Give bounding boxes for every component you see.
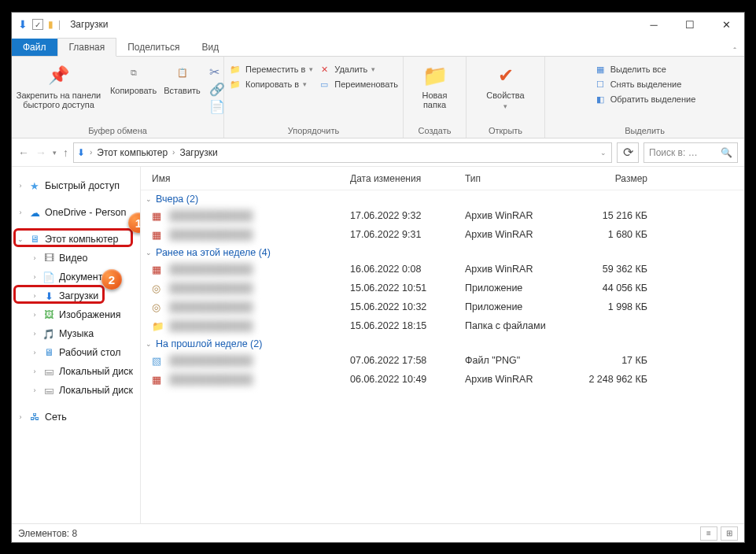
file-row[interactable]: ▦████████████16.06.2022 0:08Архив WinRAR… bbox=[141, 260, 744, 279]
back-button[interactable]: ← bbox=[18, 146, 29, 159]
select-all-button[interactable]: ▦Выделить все bbox=[594, 63, 696, 76]
rename-icon: ▭ bbox=[318, 78, 330, 90]
file-size: 1 680 КБ bbox=[567, 229, 662, 240]
check-icon: ✔ bbox=[493, 63, 518, 88]
ribbon-collapse[interactable]: ˆ bbox=[733, 46, 736, 56]
tab-share[interactable]: Поделиться bbox=[116, 39, 190, 56]
ribbon: 📌 Закрепить на панели быстрого доступа ⧉… bbox=[12, 57, 744, 138]
copy-button[interactable]: ⧉ Копировать bbox=[112, 61, 156, 95]
organize-group-label: Упорядочить bbox=[224, 124, 403, 138]
file-row[interactable]: 📁████████████15.06.2022 18:15Папка с фай… bbox=[141, 316, 744, 335]
highlight-downloads bbox=[13, 285, 105, 304]
file-icon: ◎ bbox=[152, 283, 169, 294]
file-row[interactable]: ▦████████████06.06.2022 10:49Архив WinRA… bbox=[141, 370, 744, 389]
up-button[interactable]: ↑ bbox=[63, 146, 68, 159]
col-type[interactable]: Тип bbox=[465, 173, 567, 184]
select-none-button[interactable]: ☐Снять выделение bbox=[594, 78, 696, 90]
recent-dropdown[interactable]: ▾ bbox=[53, 149, 57, 157]
view-icons[interactable]: ⊞ bbox=[721, 526, 738, 541]
address-bar[interactable]: ⬇ › Этот компьютер › Загрузки ⌄ bbox=[73, 142, 612, 163]
file-icon: ◎ bbox=[152, 301, 169, 313]
properties-button[interactable]: ✔ Свойства ▾ bbox=[478, 61, 534, 110]
doc-icon: 📄 bbox=[42, 271, 56, 283]
copy-to-button[interactable]: 📁Копировать в▾ bbox=[229, 78, 313, 90]
move-icon: 📁 bbox=[229, 63, 242, 76]
file-name: ████████████ bbox=[169, 283, 350, 294]
minimize-button[interactable]: ─ bbox=[636, 13, 672, 36]
paste-button[interactable]: 📋 Вставить bbox=[160, 61, 205, 95]
qat-checkbox[interactable]: ✓ bbox=[32, 19, 43, 30]
pin-button[interactable]: 📌 Закрепить на панели быстрого доступа bbox=[11, 61, 107, 109]
search-box[interactable]: Поиск в: … 🔍 bbox=[644, 142, 738, 163]
select-none-icon: ☐ bbox=[594, 78, 607, 90]
file-row[interactable]: ▧████████████07.06.2022 17:58Файл "PNG"1… bbox=[141, 351, 744, 370]
invert-selection-button[interactable]: ◧Обратить выделение bbox=[594, 93, 696, 105]
file-name: ████████████ bbox=[169, 264, 350, 275]
content-area: ›★Быстрый доступ ›☁OneDrive - Person ⌄🖥Э… bbox=[12, 167, 744, 523]
delete-button[interactable]: ✕Удалить▾ bbox=[318, 63, 398, 76]
file-type: Приложение bbox=[465, 283, 567, 294]
file-date: 07.06.2022 17:58 bbox=[350, 355, 465, 366]
file-row[interactable]: ◎████████████15.06.2022 10:32Приложение1… bbox=[141, 297, 744, 316]
sidebar-item-quick-access[interactable]: ›★Быстрый доступ bbox=[12, 176, 140, 195]
file-row[interactable]: ◎████████████15.06.2022 10:51Приложение4… bbox=[141, 279, 744, 297]
close-button[interactable]: ✕ bbox=[708, 13, 744, 36]
network-icon: 🖧 bbox=[28, 411, 42, 423]
search-icon: 🔍 bbox=[721, 147, 732, 158]
file-date: 16.06.2022 0:08 bbox=[350, 264, 465, 275]
rename-button[interactable]: ▭Переименовать bbox=[318, 78, 398, 90]
file-type: Приложение bbox=[465, 301, 567, 312]
sidebar-item-desktop[interactable]: ›🖥Рабочий стол bbox=[12, 343, 140, 362]
tab-home[interactable]: Главная bbox=[57, 38, 117, 57]
file-icon: ▦ bbox=[152, 229, 169, 241]
file-row[interactable]: ▦████████████17.06.2022 9:31Архив WinRAR… bbox=[141, 225, 744, 244]
address-row: ← → ▾ ↑ ⬇ › Этот компьютер › Загрузки ⌄ … bbox=[12, 138, 744, 167]
maximize-button[interactable]: ☐ bbox=[672, 13, 708, 36]
file-size: 1 998 КБ bbox=[567, 301, 662, 312]
file-row[interactable]: ▦████████████17.06.2022 9:32Архив WinRAR… bbox=[141, 206, 744, 225]
group-header[interactable]: ⌄На прошлой неделе (2) bbox=[141, 335, 744, 351]
sidebar-item-network[interactable]: ›🖧Сеть bbox=[12, 408, 140, 427]
group-header[interactable]: ⌄Ранее на этой неделе (4) bbox=[141, 244, 744, 260]
group-header[interactable]: ⌄Вчера (2) bbox=[141, 190, 744, 206]
file-name: ████████████ bbox=[169, 320, 350, 331]
qat-divider: | bbox=[58, 19, 61, 30]
col-size[interactable]: Размер bbox=[567, 173, 662, 184]
copy-path-icon[interactable]: 🔗 bbox=[209, 82, 225, 97]
new-group-label: Создать bbox=[404, 124, 466, 138]
explorer-window: ⬇ ✓ ▮ | Загрузки ─ ☐ ✕ Файл Главная Поде… bbox=[11, 12, 745, 543]
cloud-icon: ☁ bbox=[28, 206, 42, 219]
sidebar-item-music[interactable]: ›🎵Музыка bbox=[12, 324, 140, 343]
tab-view[interactable]: Вид bbox=[190, 39, 230, 56]
star-icon: ★ bbox=[28, 179, 42, 192]
sidebar-item-images[interactable]: ›🖼Изображения bbox=[12, 305, 140, 324]
sidebar-item-video[interactable]: ›🎞Видео bbox=[12, 249, 140, 268]
sidebar-item-disk2[interactable]: ›🖴Локальный диск bbox=[12, 381, 140, 400]
navigation-pane: ›★Быстрый доступ ›☁OneDrive - Person ⌄🖥Э… bbox=[12, 167, 141, 523]
window-title: Загрузки bbox=[70, 19, 108, 30]
new-folder-button[interactable]: 📁 Новая папка bbox=[411, 61, 459, 109]
titlebar: ⬇ ✓ ▮ | Загрузки ─ ☐ ✕ bbox=[12, 13, 744, 36]
file-icon: ▦ bbox=[152, 264, 169, 275]
file-name: ████████████ bbox=[169, 301, 350, 312]
file-size: 15 216 КБ bbox=[567, 210, 662, 221]
refresh-button[interactable]: ⟳ bbox=[617, 142, 639, 163]
cut-icon[interactable]: ✂ bbox=[209, 65, 225, 79]
sidebar-item-disk1[interactable]: ›🖴Локальный диск bbox=[12, 362, 140, 381]
tab-file[interactable]: Файл bbox=[12, 39, 57, 56]
paste-shortcut-icon[interactable]: 📄 bbox=[209, 99, 225, 114]
desktop-icon: 🖥 bbox=[42, 346, 56, 359]
video-icon: 🎞 bbox=[42, 252, 56, 264]
forward-button[interactable]: → bbox=[35, 146, 46, 159]
col-name[interactable]: Имя bbox=[152, 173, 350, 184]
file-icon: 📁 bbox=[152, 320, 169, 332]
col-date[interactable]: Дата изменения bbox=[350, 173, 465, 184]
qat-icon: ⬇ bbox=[18, 18, 28, 31]
move-to-button[interactable]: 📁Переместить в▾ bbox=[229, 63, 313, 76]
view-details[interactable]: ≡ bbox=[700, 526, 717, 541]
pin-icon: 📌 bbox=[46, 63, 72, 88]
file-size: 17 КБ bbox=[567, 355, 662, 366]
copyto-icon: 📁 bbox=[229, 78, 242, 90]
sidebar-item-onedrive[interactable]: ›☁OneDrive - Person bbox=[12, 203, 140, 222]
file-date: 15.06.2022 10:32 bbox=[350, 301, 465, 312]
